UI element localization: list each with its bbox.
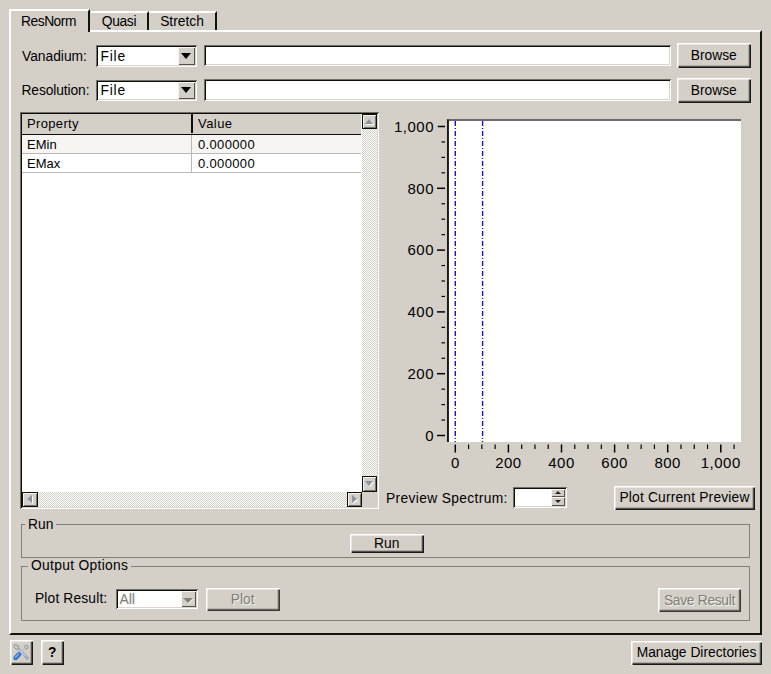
svg-text:400: 400 — [407, 303, 434, 320]
svg-text:1,000: 1,000 — [394, 118, 434, 135]
svg-text:800: 800 — [407, 180, 434, 197]
svg-text:600: 600 — [407, 241, 434, 258]
svg-text:800: 800 — [654, 454, 681, 471]
svg-text:200: 200 — [495, 454, 522, 471]
svg-text:400: 400 — [548, 454, 575, 471]
svg-text:600: 600 — [601, 454, 628, 471]
svg-text:1,000: 1,000 — [701, 454, 741, 471]
svg-text:200: 200 — [407, 365, 434, 382]
svg-text:0: 0 — [425, 427, 434, 444]
svg-text:0: 0 — [451, 454, 460, 471]
